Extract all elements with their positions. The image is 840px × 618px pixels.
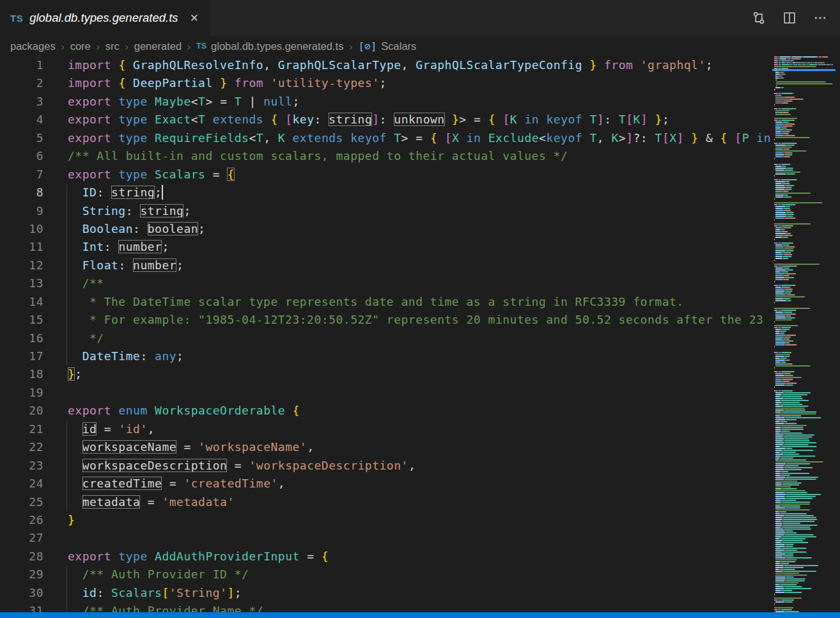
- code-line[interactable]: 8 ID: string;: [0, 184, 772, 202]
- code-content: createdTime = 'createdTime',: [68, 475, 285, 493]
- line-number[interactable]: 29: [0, 566, 43, 583]
- breadcrumb-item-generated[interactable]: generated: [134, 40, 182, 52]
- line-number[interactable]: 19: [0, 384, 43, 402]
- code-content: Int: number;: [68, 238, 169, 256]
- code-line[interactable]: 5export type RequireFields<T, K extends …: [0, 129, 772, 147]
- breadcrumb-label: src: [105, 40, 120, 52]
- line-number[interactable]: 28: [0, 548, 43, 566]
- editor-actions: [751, 0, 840, 36]
- line-number[interactable]: 24: [0, 475, 43, 493]
- code-line[interactable]: 22 workspaceName = 'workspaceName',: [0, 438, 772, 456]
- code-line[interactable]: 23 workspaceDescription = 'workspaceDesc…: [0, 457, 772, 475]
- code-content: * For example: "1985-04-12T23:20:50.52Z"…: [68, 311, 763, 329]
- line-number[interactable]: 2: [0, 74, 43, 92]
- code-line[interactable]: 18};: [0, 365, 772, 383]
- ts-file-icon: TS: [10, 13, 23, 24]
- line-number[interactable]: 17: [0, 347, 43, 365]
- code-line[interactable]: 13 /**: [0, 274, 772, 292]
- line-number[interactable]: 9: [0, 202, 43, 220]
- code-line[interactable]: 3export type Maybe<T> = T | null;: [0, 93, 772, 111]
- indent-guide: [66, 184, 67, 202]
- line-number[interactable]: 10: [0, 220, 43, 238]
- line-number[interactable]: 13: [0, 274, 43, 292]
- breadcrumb-item-packages[interactable]: packages: [10, 40, 56, 52]
- code-content: Boolean: boolean;: [68, 220, 205, 238]
- code-content: };: [68, 365, 82, 383]
- code-line[interactable]: 31 /** Auth Provider Name */: [0, 602, 772, 612]
- line-number[interactable]: 25: [0, 493, 43, 511]
- line-number[interactable]: 11: [0, 238, 43, 256]
- minimap[interactable]: [772, 56, 840, 612]
- line-number[interactable]: 7: [0, 166, 43, 184]
- line-number[interactable]: 21: [0, 420, 43, 438]
- status-bar[interactable]: [0, 612, 840, 618]
- code-line[interactable]: 1import { GraphQLResolveInfo, GraphQLSca…: [0, 56, 772, 74]
- code-line[interactable]: 6/** All built-in and custom scalars, ma…: [0, 147, 772, 165]
- indent-guide: [66, 420, 67, 438]
- indent-guide: [66, 329, 67, 347]
- code-line[interactable]: 25 metadata = 'metadata': [0, 493, 772, 511]
- line-number[interactable]: 23: [0, 457, 43, 475]
- line-number[interactable]: 18: [0, 365, 43, 383]
- code-line[interactable]: 10 Boolean: boolean;: [0, 220, 772, 238]
- code-line[interactable]: 9 String: string;: [0, 202, 772, 220]
- line-number[interactable]: 26: [0, 511, 43, 529]
- code-line[interactable]: 7export type Scalars = {: [0, 166, 772, 184]
- indent-guide: [66, 438, 67, 456]
- code-line[interactable]: 14 * The DateTime scalar type represents…: [0, 293, 772, 311]
- symbol-object-icon: [⊘]: [358, 40, 377, 52]
- line-number[interactable]: 27: [0, 529, 43, 547]
- line-number[interactable]: 22: [0, 438, 43, 456]
- code-line[interactable]: 24 createdTime = 'createdTime',: [0, 475, 772, 493]
- code-line[interactable]: 30 id: Scalars['String'];: [0, 584, 772, 602]
- breadcrumb-item-global-db-types-generated-ts[interactable]: TSglobal.db.types.generated.ts: [196, 40, 343, 52]
- code-line[interactable]: 20export enum WorkspaceOrderable {: [0, 402, 772, 420]
- code-line[interactable]: 27: [0, 529, 772, 547]
- indent-guide: [66, 257, 67, 274]
- tab-bar: TS global.db.types.generated.ts ✕: [0, 0, 840, 36]
- code-line[interactable]: 2import { DeepPartial } from 'utility-ty…: [0, 74, 772, 92]
- code-line[interactable]: 28export type AddAuthProviderInput = {: [0, 548, 772, 566]
- line-number[interactable]: 4: [0, 111, 43, 129]
- indent-guide: [66, 493, 67, 511]
- breadcrumb-separator: ›: [61, 41, 65, 52]
- code-line[interactable]: 16 */: [0, 329, 772, 347]
- breadcrumb-label: core: [70, 40, 91, 52]
- indent-guide: [66, 311, 67, 329]
- code-line[interactable]: 12 Float: number;: [0, 257, 772, 274]
- text-cursor: [162, 185, 163, 200]
- code-pane[interactable]: 1import { GraphQLResolveInfo, GraphQLSca…: [0, 56, 772, 612]
- indent-guide: [66, 475, 67, 493]
- line-number[interactable]: 3: [0, 93, 43, 111]
- split-editor-icon[interactable]: [781, 10, 798, 26]
- line-number[interactable]: 16: [0, 329, 43, 347]
- breadcrumb-item-core[interactable]: core: [70, 40, 91, 52]
- breadcrumb-label: packages: [10, 40, 56, 52]
- code-content: /** All built-in and custom scalars, map…: [68, 147, 568, 165]
- line-number[interactable]: 31: [0, 602, 43, 612]
- line-number[interactable]: 14: [0, 293, 43, 311]
- code-line[interactable]: 15 * For example: "1985-04-12T23:20:50.5…: [0, 311, 772, 329]
- code-line[interactable]: 4export type Exact<T extends { [key: str…: [0, 111, 772, 129]
- breadcrumb-item-src[interactable]: src: [105, 40, 120, 52]
- code-line[interactable]: 21 id = 'id',: [0, 420, 772, 438]
- open-changes-icon[interactable]: [751, 10, 767, 26]
- code-content: /**: [68, 274, 104, 292]
- breadcrumb-item-scalars[interactable]: [⊘]Scalars: [358, 40, 416, 52]
- line-number[interactable]: 15: [0, 311, 43, 329]
- line-number[interactable]: 30: [0, 584, 43, 602]
- code-line[interactable]: 19: [0, 384, 772, 402]
- code-line[interactable]: 17 DateTime: any;: [0, 347, 772, 365]
- line-number[interactable]: 6: [0, 147, 43, 165]
- line-number[interactable]: 8: [0, 184, 43, 202]
- code-line[interactable]: 26}: [0, 511, 772, 529]
- tab-global-db-types-generated[interactable]: TS global.db.types.generated.ts ✕: [0, 0, 210, 36]
- line-number[interactable]: 12: [0, 257, 43, 274]
- line-number[interactable]: 1: [0, 56, 43, 74]
- more-actions-icon[interactable]: [812, 10, 828, 26]
- code-line[interactable]: 11 Int: number;: [0, 238, 772, 256]
- line-number[interactable]: 20: [0, 402, 43, 420]
- close-tab-icon[interactable]: ✕: [187, 10, 201, 26]
- code-line[interactable]: 29 /** Auth Provider ID */: [0, 566, 772, 583]
- line-number[interactable]: 5: [0, 129, 43, 147]
